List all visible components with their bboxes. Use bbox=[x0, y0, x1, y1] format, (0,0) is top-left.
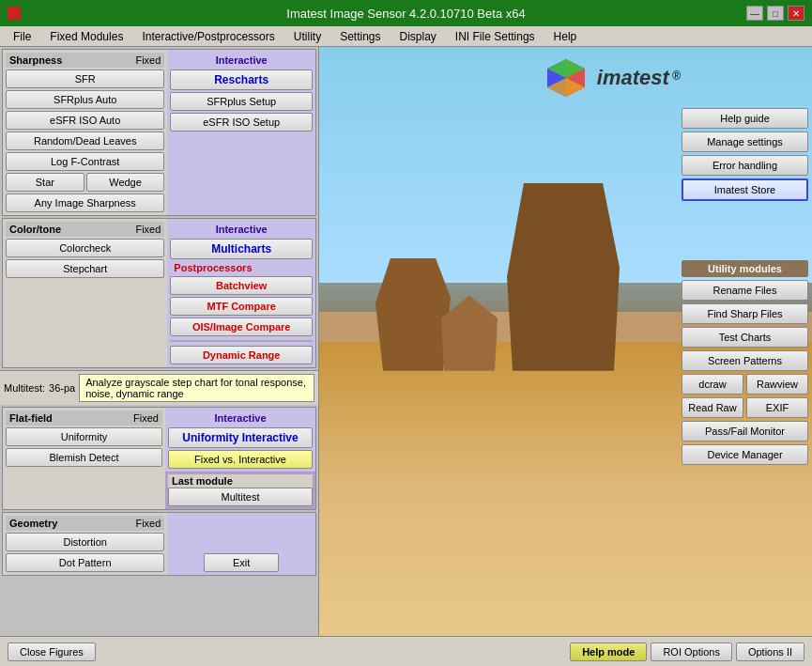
rename-files-btn[interactable]: Rename Files bbox=[682, 280, 808, 301]
distortion-btn[interactable]: Distortion bbox=[6, 533, 164, 551]
dot-pattern-btn[interactable]: Dot Pattern bbox=[6, 553, 164, 572]
right-panel: imatest ® Help guide Manage settings Err… bbox=[319, 47, 812, 636]
colorcheck-btn[interactable]: Colorcheck bbox=[6, 239, 164, 257]
app-icon bbox=[8, 7, 21, 20]
color-interactive-label: Interactive bbox=[170, 222, 313, 237]
last-module-label: Last module bbox=[168, 474, 313, 488]
esfr-iso-setup-btn[interactable]: eSFR ISO Setup bbox=[170, 113, 313, 132]
sfrplus-setup-btn[interactable]: SFRplus Setup bbox=[170, 92, 313, 111]
minimize-button[interactable]: — bbox=[746, 6, 763, 21]
ois-image-compare-btn[interactable]: OIS/Image Compare bbox=[170, 318, 313, 336]
menu-utility[interactable]: Utility bbox=[284, 28, 330, 45]
uniformity-interactive-btn[interactable]: Uniformity Interactive bbox=[168, 427, 313, 448]
menu-ini[interactable]: INI File Settings bbox=[446, 28, 544, 45]
geometry-section: Geometry Fixed Distortion Dot Pattern Ex… bbox=[2, 512, 316, 576]
menu-file[interactable]: File bbox=[4, 28, 40, 45]
sfrplus-auto-btn[interactable]: SFRplus Auto bbox=[6, 90, 164, 109]
left-panel: Sharpness Fixed SFR SFRplus Auto eSFR IS… bbox=[0, 47, 319, 636]
dcraw-btn[interactable]: dcraw bbox=[682, 374, 743, 395]
multitest-tooltip: Analyze grayscale step chart for tonal r… bbox=[79, 374, 314, 402]
sfr-btn[interactable]: SFR bbox=[6, 70, 164, 88]
dynamic-range-btn[interactable]: Dynamic Range bbox=[170, 346, 313, 364]
menu-display[interactable]: Display bbox=[391, 28, 446, 45]
exif-btn[interactable]: EXIF bbox=[746, 397, 808, 418]
test-charts-btn[interactable]: Test Charts bbox=[682, 327, 808, 348]
logo-text: imatest bbox=[597, 66, 669, 89]
multitest-label: Multitest: bbox=[4, 382, 45, 394]
multitest-last-btn[interactable]: Multitest bbox=[168, 488, 313, 506]
color-tone-section: Color/tone Fixed Colorcheck Stepchart In… bbox=[2, 218, 316, 368]
logo-icon bbox=[543, 54, 590, 101]
rawview-btn[interactable]: Rawview bbox=[746, 374, 808, 395]
manage-settings-btn[interactable]: Manage settings bbox=[682, 132, 808, 152]
screen-patterns-btn[interactable]: Screen Patterns bbox=[682, 350, 808, 371]
maximize-button[interactable]: □ bbox=[767, 6, 784, 21]
esfr-iso-auto-btn[interactable]: eSFR ISO Auto bbox=[6, 111, 164, 130]
help-mode-btn[interactable]: Help mode bbox=[570, 643, 647, 661]
pass-fail-monitor-btn[interactable]: Pass/Fail Monitor bbox=[682, 421, 808, 441]
menu-bar: File Fixed Modules Interactive/Postproce… bbox=[0, 26, 812, 47]
window-controls: — □ ✕ bbox=[746, 6, 804, 21]
read-raw-btn[interactable]: Read Raw bbox=[682, 397, 743, 418]
multitest-row: Multitest: 36-pa Analyze grayscale step … bbox=[0, 370, 318, 405]
menu-settings[interactable]: Settings bbox=[330, 28, 390, 45]
flat-field-label: Flat-field bbox=[9, 412, 53, 424]
sharpness-fixed-badge: Fixed bbox=[135, 54, 161, 66]
rescharts-btn[interactable]: Rescharts bbox=[170, 70, 313, 90]
any-image-sharpness-btn[interactable]: Any Image Sharpness bbox=[6, 194, 164, 212]
roi-options-btn[interactable]: ROI Options bbox=[651, 643, 732, 661]
color-tone-fixed-badge: Fixed bbox=[135, 224, 161, 235]
random-dead-leaves-btn[interactable]: Random/Dead Leaves bbox=[6, 132, 164, 150]
geometry-fixed-badge: Fixed bbox=[135, 518, 161, 529]
sharpness-label: Sharpness bbox=[9, 54, 62, 66]
logo-reg: ® bbox=[672, 70, 681, 83]
app-title: Imatest Image Sensor 4.2.0.10710 Beta x6… bbox=[286, 7, 525, 21]
util-panel: Help guide Manage settings Error handlin… bbox=[682, 108, 808, 465]
flat-field-interactive-label: Interactive bbox=[168, 410, 313, 426]
mtf-compare-btn[interactable]: MTF Compare bbox=[170, 297, 313, 316]
multitest-value: 36-pa bbox=[49, 382, 75, 394]
flat-field-section: Flat-field Fixed Uniformity Blemish Dete… bbox=[2, 407, 316, 510]
device-manager-btn[interactable]: Device Manager bbox=[682, 444, 808, 465]
flat-field-fixed-badge: Fixed bbox=[133, 412, 159, 424]
sharpness-section: Sharpness Fixed SFR SFRplus Auto eSFR IS… bbox=[2, 49, 316, 216]
find-sharp-files-btn[interactable]: Find Sharp Files bbox=[682, 303, 808, 324]
logo: imatest ® bbox=[543, 54, 681, 101]
close-button[interactable]: ✕ bbox=[788, 6, 804, 21]
batchview-btn[interactable]: Batchview bbox=[170, 276, 313, 295]
menu-interactive[interactable]: Interactive/Postprocessors bbox=[132, 28, 283, 45]
sharpness-interactive-label: Interactive bbox=[170, 53, 313, 68]
color-tone-label: Color/tone bbox=[9, 224, 61, 235]
multicharts-btn[interactable]: Multicharts bbox=[170, 239, 313, 259]
options-ii-btn[interactable]: Options II bbox=[736, 643, 804, 661]
close-figures-btn[interactable]: Close Figures bbox=[8, 643, 96, 661]
help-guide-btn[interactable]: Help guide bbox=[682, 108, 808, 129]
star-btn[interactable]: Star bbox=[6, 173, 84, 192]
postprocessors-label: Postprocessors bbox=[170, 261, 313, 274]
fixed-vs-interactive-btn[interactable]: Fixed vs. Interactive bbox=[168, 450, 313, 469]
title-bar: Imatest Image Sensor 4.2.0.10710 Beta x6… bbox=[0, 0, 812, 26]
stepchart-btn[interactable]: Stepchart bbox=[6, 259, 164, 278]
log-f-contrast-btn[interactable]: Log F-Contrast bbox=[6, 152, 164, 171]
blemish-detect-btn[interactable]: Blemish Detect bbox=[6, 448, 162, 467]
exit-btn[interactable]: Exit bbox=[204, 553, 279, 572]
utility-modules-header: Utility modules bbox=[682, 260, 808, 277]
uniformity-btn[interactable]: Uniformity bbox=[6, 427, 162, 446]
imatest-store-btn[interactable]: Imatest Store bbox=[682, 178, 808, 201]
menu-fixed-modules[interactable]: Fixed Modules bbox=[40, 28, 132, 45]
menu-help[interactable]: Help bbox=[544, 28, 587, 45]
error-handling-btn[interactable]: Error handling bbox=[682, 155, 808, 176]
wedge-btn[interactable]: Wedge bbox=[86, 173, 165, 192]
geometry-label: Geometry bbox=[9, 518, 57, 529]
bottom-bar: Close Figures Help mode ROI Options Opti… bbox=[0, 636, 812, 666]
